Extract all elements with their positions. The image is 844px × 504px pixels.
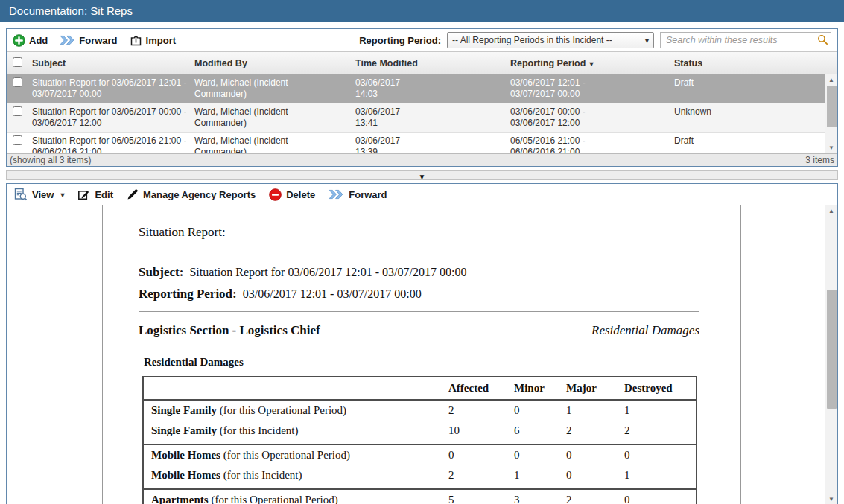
damage-header-row: Affected Minor Major Destroyed	[143, 377, 697, 400]
edit-button[interactable]: Edit	[77, 188, 113, 201]
edit-icon	[77, 188, 90, 201]
view-button[interactable]: View ▾	[14, 188, 64, 201]
subject-value: Situation Report for 03/06/2017 12:01 - …	[189, 266, 466, 278]
damage-row: Single Family (for this Incident) 10 6 2…	[143, 421, 697, 444]
reporting-period-label: Reporting Period:	[359, 35, 441, 46]
section-tag: Residential Damages	[591, 323, 699, 338]
col-destroyed: Destroyed	[624, 377, 697, 400]
view-label: View	[32, 189, 54, 200]
subject-label: Subject:	[139, 265, 183, 279]
damage-row: Single Family (for this Operational Peri…	[143, 400, 697, 421]
row-checkbox[interactable]	[13, 77, 22, 87]
add-button[interactable]: Add	[13, 34, 48, 47]
cell-time-modified: 03/06/2017 13:39	[355, 135, 415, 153]
delete-button[interactable]: Delete	[269, 188, 315, 201]
col-major: Major	[566, 377, 624, 400]
period-label: Reporting Period:	[139, 287, 237, 301]
col-affected: Affected	[448, 377, 514, 400]
detail-toolbar: View ▾ Edit Manage Agency Reports Delete	[7, 184, 837, 205]
edit-label: Edit	[95, 189, 113, 200]
cell-modified-by: Ward, Michael (Incident Commander)	[194, 77, 325, 100]
report-subject-line: Subject:Situation Report for 03/06/2017 …	[139, 265, 699, 280]
add-label: Add	[29, 35, 48, 46]
cell-time-modified: 03/06/2017 14:03	[355, 77, 415, 100]
cell-reporting-period: 03/06/2017 12:01 - 03/07/2017 00:00	[510, 77, 606, 100]
report-heading: Situation Report:	[139, 225, 699, 240]
scrollbar-thumb[interactable]	[827, 290, 837, 409]
forward-label: Forward	[79, 35, 117, 46]
search-input[interactable]	[660, 32, 831, 48]
scrollbar-thumb[interactable]	[827, 86, 837, 127]
scroll-up-icon[interactable]: ▲	[825, 74, 837, 86]
showing-count-text: (showing all 3 items)	[10, 154, 91, 166]
forward-button[interactable]: Forward	[60, 35, 117, 46]
pane-splitter[interactable]: ▼	[6, 170, 838, 180]
scroll-down-icon[interactable]: ▼	[825, 142, 837, 153]
page-title-text: Documentation: Sit Reps	[9, 4, 133, 17]
column-header-subject[interactable]: Subject	[26, 58, 188, 68]
table-row[interactable]: Situation Report for 03/06/2017 00:00 - …	[7, 103, 825, 133]
reporting-period-select[interactable]: -- All Reporting Periods in this Inciden…	[447, 32, 654, 48]
reporting-period-value: -- All Reporting Periods in this Inciden…	[452, 35, 645, 45]
period-value: 03/06/2017 12:01 - 03/07/2017 00:00	[243, 287, 422, 300]
scroll-down-icon[interactable]: ▼	[825, 494, 837, 504]
preview-scrollbar[interactable]: ▲ ▼	[825, 205, 837, 504]
chevron-down-icon: ▾	[60, 191, 64, 199]
forward-icon	[329, 189, 344, 200]
cell-subject: Situation Report for 03/06/2017 00:00 - …	[32, 106, 188, 129]
forward-button[interactable]: Forward	[329, 189, 387, 200]
forward-label: Forward	[349, 189, 387, 200]
table-header: Subject Modified By Time Modified Report…	[7, 51, 837, 74]
col-minor: Minor	[514, 377, 566, 400]
add-icon	[13, 34, 25, 47]
report-page: Situation Report: Subject:Situation Repo…	[102, 205, 741, 504]
cell-reporting-period: 06/05/2016 21:00 - 06/06/2016 21:00	[510, 135, 606, 153]
select-all-checkbox[interactable]	[13, 57, 22, 67]
cell-reporting-period: 03/06/2017 00:00 - 03/06/2017 12:00	[510, 106, 606, 129]
list-toolbar: Add Forward Import Reporting Period: -- …	[7, 29, 837, 51]
items-count-text: 3 items	[805, 154, 834, 166]
section-title: Logistics Section - Logistics Chief	[139, 323, 320, 338]
cell-subject: Situation Report for 06/05/2016 21:00 - …	[32, 135, 188, 153]
manage-agency-reports-button[interactable]: Manage Agency Reports	[127, 188, 256, 200]
forward-icon	[60, 35, 75, 45]
status-badge: Draft	[674, 135, 694, 146]
cell-modified-by: Ward, Michael (Incident Commander)	[194, 106, 325, 129]
search-box	[660, 32, 831, 48]
list-scrollbar[interactable]: ▲ ▼	[825, 74, 837, 153]
table-body: Situation Report for 03/06/2017 12:01 - …	[7, 74, 837, 153]
column-header-time-modified[interactable]: Time Modified	[349, 58, 504, 68]
damage-row: Mobile Homes (for this Operational Perio…	[143, 444, 697, 465]
search-icon[interactable]	[817, 34, 828, 45]
delete-icon	[269, 188, 282, 201]
row-checkbox[interactable]	[13, 106, 22, 116]
column-header-modified-by[interactable]: Modified By	[188, 58, 349, 68]
status-badge: Unknown	[674, 106, 711, 117]
table-row[interactable]: Situation Report for 03/06/2017 12:01 - …	[7, 74, 825, 103]
report-divider	[139, 311, 699, 312]
page-title: Documentation: Sit Reps	[0, 0, 844, 22]
residential-damages-table: Affected Minor Major Destroyed Single Fa…	[142, 376, 697, 504]
scroll-up-icon[interactable]: ▲	[825, 205, 837, 217]
pencil-icon	[127, 188, 139, 200]
column-header-reporting-period[interactable]: Reporting Period▾	[504, 58, 668, 68]
sort-desc-icon: ▾	[589, 60, 593, 68]
damage-table-title: Residential Damages	[144, 356, 699, 369]
cell-subject: Situation Report for 03/06/2017 12:01 - …	[32, 77, 188, 100]
import-button[interactable]: Import	[130, 34, 176, 47]
cell-time-modified: 03/06/2017 13:41	[355, 106, 415, 129]
import-label: Import	[146, 35, 176, 46]
sitrep-detail-panel: View ▾ Edit Manage Agency Reports Delete	[6, 183, 838, 504]
splitter-collapse-icon[interactable]: ▼	[419, 173, 426, 181]
section-header-row: Logistics Section - Logistics Chief Resi…	[139, 323, 699, 338]
status-badge: Draft	[674, 77, 694, 88]
damage-row: Apartments (for this Operational Period)…	[143, 489, 697, 504]
view-icon	[14, 188, 28, 201]
column-header-status[interactable]: Status	[668, 58, 837, 68]
row-checkbox[interactable]	[13, 135, 22, 145]
manage-agency-reports-label: Manage Agency Reports	[143, 189, 256, 200]
sitreps-list-panel: Add Forward Import Reporting Period: -- …	[6, 28, 838, 167]
report-period-line: Reporting Period:03/06/2017 12:01 - 03/0…	[139, 287, 699, 302]
table-row[interactable]: Situation Report for 06/05/2016 21:00 - …	[7, 133, 825, 153]
cell-modified-by: Ward, Michael (Incident Commander)	[194, 135, 325, 153]
